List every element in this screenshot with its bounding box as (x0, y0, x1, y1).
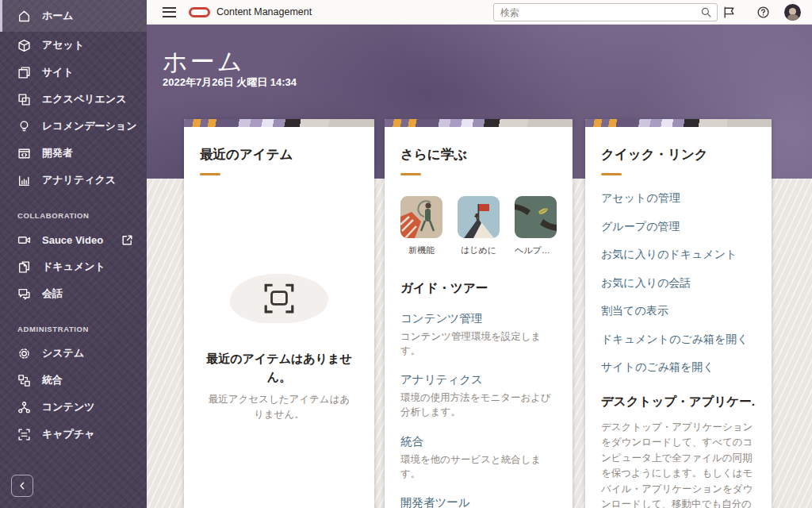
sidebar-item-label: エクスペリエンス (42, 92, 126, 106)
sidebar-section-collaboration: COLLABORATION (0, 211, 147, 220)
sidebar-item-sites[interactable]: サイト (0, 59, 147, 86)
thumbnail-get-started[interactable]: はじめに (458, 196, 500, 256)
app-title: Content Management (216, 6, 312, 17)
external-link-icon (121, 233, 134, 247)
tour-link-developer-tools[interactable]: 開発者ツール (400, 495, 557, 508)
bar-chart-icon (17, 174, 31, 187)
page: ホーム アセット サイト エクスペリエンス レコメンデーション 開発者 アナリテ… (0, 0, 812, 508)
accent-dash (601, 173, 622, 175)
chat-bubbles-icon (17, 287, 31, 301)
tour-description: コンテンツ管理環境を設定します。 (400, 329, 557, 358)
home-icon (17, 10, 31, 23)
sidebar-item-home[interactable]: ホーム (0, 0, 147, 32)
sidebar-item-analytics[interactable]: アナリティクス (0, 167, 147, 194)
video-camera-icon (17, 233, 31, 247)
sidebar-item-content[interactable]: コンテンツ (0, 394, 147, 421)
sidebar-item-developer[interactable]: 開発者 (0, 140, 147, 167)
thumbnail-help-center[interactable]: ヘルプ・セ... (515, 196, 557, 256)
learn-thumbnails: 新機能 はじめに ヘルプ・セ... (400, 196, 557, 256)
help-icon[interactable] (756, 6, 770, 19)
sidebar-item-label: サイト (42, 65, 74, 79)
sidebar-item-label: ドキュメント (42, 260, 105, 274)
learn-more-title: さらに学ぶ (400, 146, 557, 164)
sidebar-item-label: アセット (42, 38, 84, 52)
sidebar-item-capture[interactable]: キャプチャ (0, 421, 147, 448)
search-input[interactable] (500, 4, 695, 21)
quick-link-documents-trash[interactable]: ドキュメントのごみ箱を開く (601, 333, 756, 347)
recent-empty-state: 最近のアイテムはありません。 最近アクセスしたアイテムはありません。 (200, 274, 358, 422)
page-title: ホーム (163, 45, 244, 79)
tour-link-analytics[interactable]: アナリティクス (400, 371, 557, 388)
sidebar-item-system[interactable]: システム (0, 340, 147, 367)
tour-item: 開発者ツール カスタマ・エクスペリエンスを向上させます。 (400, 495, 557, 508)
sidebar-item-assets[interactable]: アセット (0, 32, 147, 59)
sidebar-item-label: 会話 (42, 287, 63, 301)
search-box (493, 3, 718, 21)
hamburger-menu-icon[interactable] (163, 7, 176, 17)
sidebar-item-label: システム (42, 346, 84, 360)
chevron-left-icon (17, 480, 28, 491)
guided-tour-title: ガイド・ツアー (400, 280, 557, 297)
quick-link-manage-groups[interactable]: グループの管理 (601, 220, 756, 234)
get-started-illustration (458, 196, 500, 238)
tour-item: 統合 環境を他のサービスと統合します。 (400, 433, 557, 481)
tour-description: 環境を他のサービスと統合します。 (400, 452, 557, 481)
avatar[interactable] (784, 4, 801, 21)
thumbnail-label: 新機能 (400, 244, 442, 256)
desktop-app-description: デスクトップ・アプリケーションをダウンロードして、すべてのコンピュータ上で全ファ… (601, 420, 756, 508)
stacked-pages-icon (17, 66, 31, 79)
quick-link-manage-assets[interactable]: アセットの管理 (601, 191, 756, 206)
sidebar-item-label: レコメンデーション (42, 119, 136, 133)
whats-new-illustration (400, 196, 442, 238)
quick-link-favorite-documents[interactable]: お気に入りのドキュメント (601, 248, 756, 262)
tour-item: コンテンツ管理 コンテンツ管理環境を設定します。 (400, 310, 557, 358)
cube-icon (17, 39, 31, 52)
card-decorative-strip (585, 119, 772, 127)
sidebar-item-conversations[interactable]: 会話 (0, 280, 147, 307)
sidebar-item-label: コンテンツ (42, 400, 95, 414)
sidebar-item-experiences[interactable]: エクスペリエンス (0, 86, 147, 113)
help-center-illustration (515, 196, 557, 238)
tour-link-integrations[interactable]: 統合 (400, 433, 557, 450)
quick-links-card: クイック・リンク アセットの管理 グループの管理 お気に入りのドキュメント お気… (585, 119, 772, 508)
sidebar-collapse-button[interactable] (11, 475, 33, 497)
quick-links-title: クイック・リンク (601, 146, 756, 164)
integration-arrows-icon (17, 374, 31, 387)
sidebar-section-administration: ADMINISTRATION (0, 325, 147, 333)
sidebar-item-recommendations[interactable]: レコメンデーション (0, 113, 147, 140)
empty-state-title: 最近のアイテムはありません。 (205, 350, 354, 386)
overlapping-squares-icon (17, 93, 31, 106)
sidebar-item-label: 統合 (42, 373, 63, 387)
scan-frame-icon (262, 282, 296, 315)
sidebar-item-label: ホーム (42, 9, 74, 23)
thumbnail-label: はじめに (458, 244, 500, 256)
thumbnail-label: ヘルプ・セ... (515, 244, 557, 256)
learn-more-card: さらに学ぶ 新機能 はじめに ヘルプ・セ... ガイド・ツアー コンテンツ管理 (385, 119, 573, 508)
thumbnail-whats-new[interactable]: 新機能 (400, 196, 442, 256)
empty-state-blob (230, 274, 328, 323)
tour-link-content-management[interactable]: コンテンツ管理 (400, 310, 557, 327)
recent-items-card: 最近のアイテム 最近のアイテムはありません。 最近アクセスしたアイテムはありませ… (184, 119, 374, 508)
card-decorative-strip (385, 119, 573, 127)
sidebar-item-label: 開発者 (42, 146, 73, 160)
oracle-logo (189, 7, 210, 17)
accent-dash (400, 173, 421, 175)
code-window-icon (17, 147, 31, 160)
hierarchy-icon (17, 401, 31, 414)
sidebar-item-label: キャプチャ (42, 427, 95, 441)
accent-dash (200, 173, 220, 175)
sidebar-item-label: Sauce Video (42, 234, 103, 246)
sidebar-item-sauce-video[interactable]: Sauce Video (0, 226, 147, 253)
flag-icon[interactable] (722, 6, 736, 19)
sidebar-item-documents[interactable]: ドキュメント (0, 253, 147, 280)
gear-icon (17, 347, 31, 360)
quick-link-favorite-conversations[interactable]: お気に入りの会話 (601, 276, 756, 291)
quick-link-view-assignments[interactable]: 割当ての表示 (601, 304, 756, 318)
empty-state-description: 最近アクセスしたアイテムはありません。 (205, 392, 354, 422)
tour-item: アナリティクス 環境の使用方法をモニターおよび分析します。 (400, 371, 557, 419)
lightbulb-icon (17, 120, 31, 133)
sidebar-item-integrations[interactable]: 統合 (0, 367, 147, 394)
quick-link-sites-trash[interactable]: サイトのごみ箱を開く (601, 360, 756, 375)
search-icon[interactable] (700, 6, 712, 18)
sidebar-item-label: アナリティクス (42, 173, 116, 187)
